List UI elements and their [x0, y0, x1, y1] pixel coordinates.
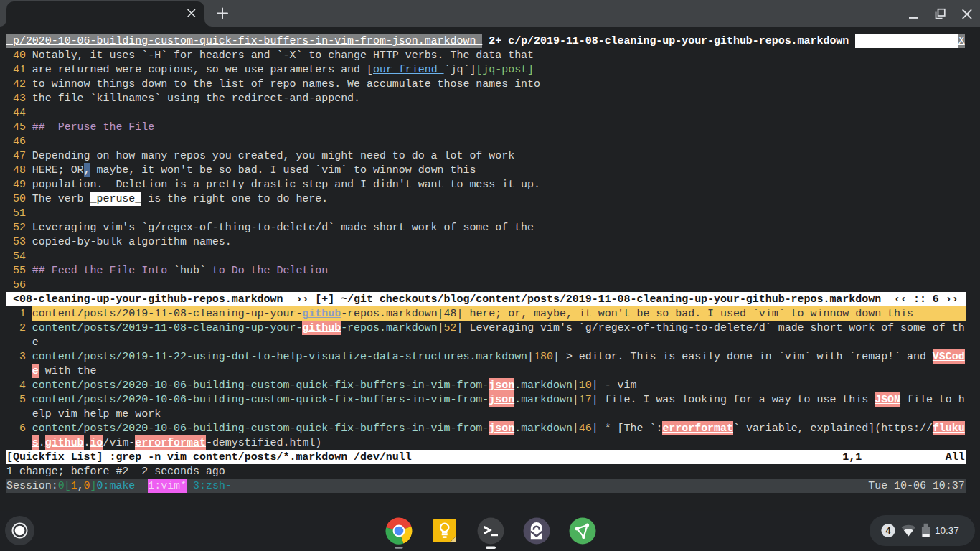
- svg-text:4: 4: [885, 525, 891, 536]
